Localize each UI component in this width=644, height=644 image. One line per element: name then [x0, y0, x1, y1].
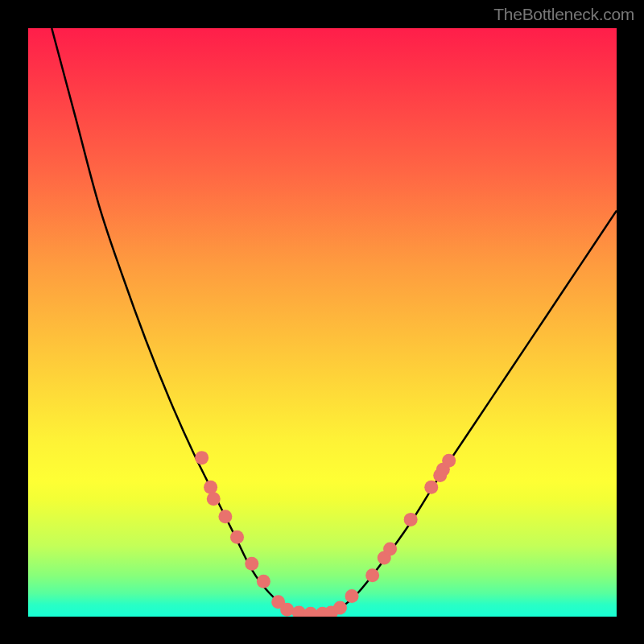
data-point — [292, 605, 306, 617]
data-point — [204, 481, 217, 494]
bottleneck-curve-line — [52, 28, 617, 614]
chart-svg — [28, 28, 617, 617]
data-point — [218, 510, 232, 523]
chart-plot-area — [28, 28, 617, 617]
data-point — [257, 575, 270, 588]
bottleneck-curve — [52, 28, 617, 614]
data-point — [303, 607, 317, 617]
data-point — [383, 542, 397, 555]
watermark-text: TheBottleneck.com — [493, 5, 634, 24]
data-point — [442, 454, 456, 468]
data-point — [345, 589, 359, 603]
data-point — [280, 603, 294, 617]
data-point — [207, 492, 221, 506]
data-point — [424, 481, 438, 494]
data-point — [245, 557, 258, 571]
data-point — [365, 568, 379, 582]
data-point — [195, 451, 208, 464]
data-point — [230, 530, 244, 544]
highlighted-points — [195, 451, 456, 617]
data-point — [333, 601, 347, 615]
data-point — [404, 513, 418, 526]
